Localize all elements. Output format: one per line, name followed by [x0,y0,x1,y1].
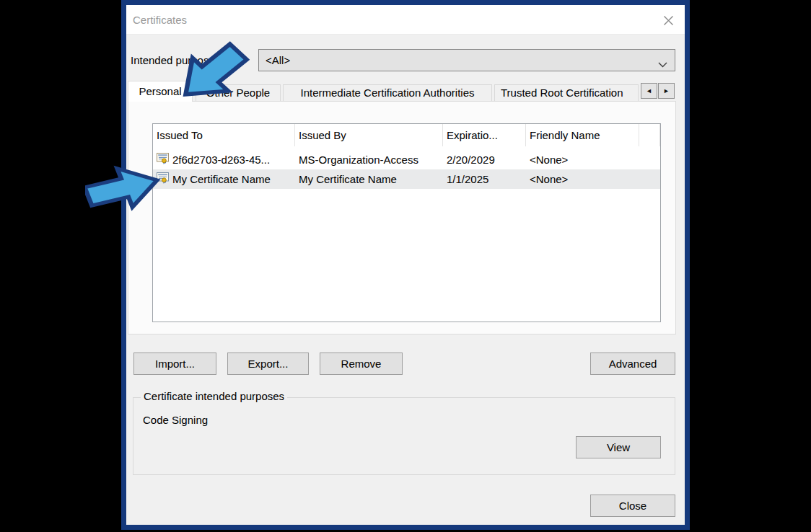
cell-friendly-name: <None> [526,173,639,185]
table-row-certificate-2[interactable]: My Certificate Name My Certificate Name … [153,169,660,189]
tab-intermediate-certification-authorities[interactable]: Intermediate Certification Authorities [283,84,492,101]
title-bar: Certificates [126,5,685,35]
import-button[interactable]: Import... [133,353,216,375]
advanced-button[interactable]: Advanced [590,353,675,375]
chevron-down-icon [658,58,667,70]
export-button[interactable]: Export... [227,353,309,375]
code-signing-text: Code Signing [143,414,208,426]
personal-tab-panel: Issued To Issued By Expiratio... Friendl… [128,101,676,334]
cell-issued-by: MS-Organization-Access [295,154,443,166]
column-header-expiration[interactable]: Expiratio... [443,124,526,146]
certificates-list: Issued To Issued By Expiratio... Friendl… [152,123,661,322]
cell-issued-to: 2f6d2703-d263-45... [172,154,270,166]
list-header: Issued To Issued By Expiratio... Friendl… [153,124,660,146]
cell-expiration: 2/20/2029 [443,154,526,166]
window-title: Certificates [133,5,187,35]
column-header-issued-by[interactable]: Issued By [295,124,443,146]
view-button[interactable]: View [576,436,661,458]
intended-purpose-dropdown[interactable]: <All> [258,49,675,71]
column-header-issued-to[interactable]: Issued To [153,124,295,146]
tab-scroll-right-icon[interactable]: ► [658,83,675,99]
cell-friendly-name: <None> [526,154,639,166]
close-icon[interactable] [659,11,678,30]
group-box-label: Certificate intended purposes [141,390,287,402]
annotation-arrow-certificate-row-icon [85,159,162,218]
annotation-arrow-personal-tab-icon [173,40,250,107]
column-header-friendly-name[interactable]: Friendly Name [526,124,639,146]
list-rows: 2f6d2703-d263-45... MS-Organization-Acce… [153,150,660,189]
cell-issued-by: My Certificate Name [295,173,443,185]
cell-expiration: 1/1/2025 [443,173,526,185]
close-button[interactable]: Close [590,495,675,517]
column-header-filler [639,124,660,146]
remove-button[interactable]: Remove [320,353,403,375]
tab-scroll-left-icon[interactable]: ◄ [641,83,657,99]
table-row-certificate-1[interactable]: 2f6d2703-d263-45... MS-Organization-Acce… [153,150,660,169]
tab-trusted-root-certification[interactable]: Trusted Root Certification [494,84,639,101]
cell-issued-to: My Certificate Name [172,173,271,185]
intended-purpose-value: <All> [266,50,290,71]
